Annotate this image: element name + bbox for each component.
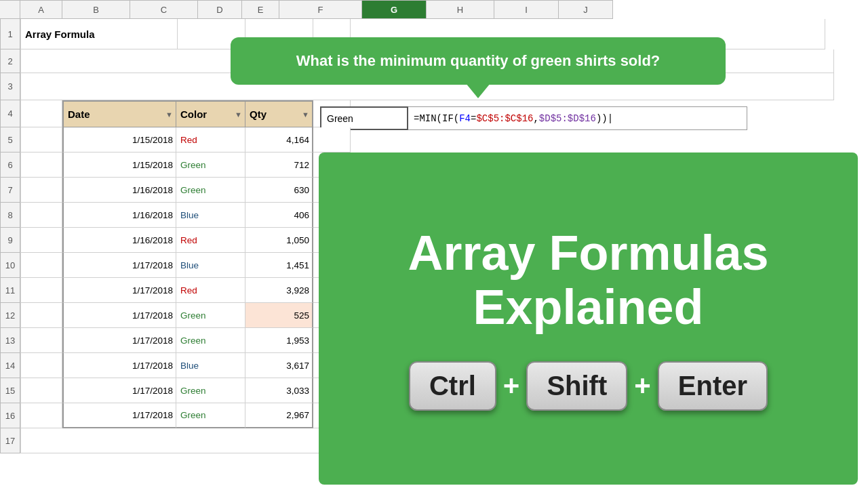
overlay-title: Array Formulas Explained: [408, 226, 768, 333]
row-header-6: 6: [0, 152, 20, 178]
row-header-17: 17: [0, 428, 20, 453]
col-header-d[interactable]: D: [198, 0, 242, 19]
corner-cell: [0, 0, 20, 19]
row-header-13: 13: [0, 328, 20, 353]
row-header-16: 16: [0, 403, 20, 428]
cell-a9: [20, 228, 62, 253]
row-header-15: 15: [0, 378, 20, 403]
formula-criteria-cell: Green: [320, 106, 408, 130]
row-header-11: 11: [0, 278, 20, 303]
cell-d12-highlight: 525: [245, 303, 313, 328]
cell-a14: [20, 353, 62, 378]
row-header-4: 4: [0, 100, 20, 127]
cell-a8: [20, 203, 62, 228]
cell-a7: [20, 178, 62, 203]
row-header-10: 10: [0, 253, 20, 278]
cell-c5: Red: [176, 127, 245, 152]
cell-b4-date: Date ▼: [62, 100, 176, 127]
col-header-f[interactable]: F: [279, 0, 362, 19]
row-header-2: 2: [0, 49, 20, 73]
cell-b11: 1/17/2018: [62, 278, 176, 303]
cell-b6: 1/15/2018: [62, 152, 176, 178]
cell-b13: 1/17/2018: [62, 328, 176, 353]
cell-c16: Green: [176, 403, 245, 428]
row-header-5: 5: [0, 127, 20, 152]
cell-a6: [20, 152, 62, 178]
cell-c4-color: Color ▼: [176, 100, 245, 127]
cell-b16: 1/17/2018: [62, 403, 176, 428]
row-header-1: 1: [0, 19, 20, 49]
cell-a15: [20, 378, 62, 403]
cell-c9: Red: [176, 228, 245, 253]
cell-a4: [20, 100, 62, 127]
formula-expression: =MIN(IF(F4=$C$5:$C$16,$D$5:$D$16))|: [408, 106, 747, 130]
keyboard-shortcut-row: Ctrl + Shift + Enter: [409, 361, 768, 411]
cell-c6: Green: [176, 152, 245, 178]
cell-c14: Blue: [176, 353, 245, 378]
cell-b8: 1/16/2018: [62, 203, 176, 228]
ctrl-key: Ctrl: [409, 361, 496, 411]
cell-e5: [313, 127, 351, 152]
cell-d6: 712: [245, 152, 313, 178]
col-header-b[interactable]: B: [62, 0, 130, 19]
cell-c15: Green: [176, 378, 245, 403]
cell-c10: Blue: [176, 253, 245, 278]
cell-a10: [20, 253, 62, 278]
shift-key: Shift: [526, 361, 627, 411]
cell-d8: 406: [245, 203, 313, 228]
col-header-h[interactable]: H: [427, 0, 494, 19]
cell-d15: 3,033: [245, 378, 313, 403]
column-headers: A B C D E F G H I J: [0, 0, 613, 19]
cell-d14: 3,617: [245, 353, 313, 378]
cell-d5: 4,164: [245, 127, 313, 152]
cell-c8: Blue: [176, 203, 245, 228]
cell-c7: Green: [176, 178, 245, 203]
cell-a1: Array Formula: [20, 19, 178, 49]
cell-d11: 3,928: [245, 278, 313, 303]
cell-c13: Green: [176, 328, 245, 353]
cell-d16: 2,967: [245, 403, 313, 428]
cell-a5: [20, 127, 62, 152]
col-header-j[interactable]: J: [559, 0, 613, 19]
col-header-a[interactable]: A: [20, 0, 62, 19]
col-header-g[interactable]: G: [362, 0, 427, 19]
formula-input-area: Green =MIN(IF(F4=$C$5:$C$16,$D$5:$D$16))…: [320, 106, 747, 130]
col-header-e[interactable]: E: [242, 0, 279, 19]
cell-a11: [20, 278, 62, 303]
plus-1: +: [503, 369, 520, 402]
cell-b15: 1/17/2018: [62, 378, 176, 403]
row-header-8: 8: [0, 203, 20, 228]
plus-2: +: [634, 369, 651, 402]
cell-b5: 1/15/2018: [62, 127, 176, 152]
cell-b9: 1/16/2018: [62, 228, 176, 253]
col-header-i[interactable]: I: [494, 0, 559, 19]
cell-b7: 1/16/2018: [62, 178, 176, 203]
cell-d10: 1,451: [245, 253, 313, 278]
cell-c12: Green: [176, 303, 245, 328]
cell-d13: 1,953: [245, 328, 313, 353]
row-header-12: 12: [0, 303, 20, 328]
row-header-3: 3: [0, 73, 20, 100]
cell-d4-qty: Qty ▼: [245, 100, 313, 127]
row-header-14: 14: [0, 353, 20, 378]
cell-a13: [20, 328, 62, 353]
cell-b10: 1/17/2018: [62, 253, 176, 278]
cell-a12: [20, 303, 62, 328]
cell-d7: 630: [245, 178, 313, 203]
green-overlay-panel: Array Formulas Explained Ctrl + Shift + …: [319, 152, 858, 485]
callout-box: What is the minimum quantity of green sh…: [231, 37, 726, 85]
cell-d9: 1,050: [245, 228, 313, 253]
cell-a16: [20, 403, 62, 428]
callout-text: What is the minimum quantity of green sh…: [296, 52, 660, 70]
cell-c11: Red: [176, 278, 245, 303]
spreadsheet: A B C D E F G H I J 1 Array Formula 2 3 …: [0, 0, 868, 488]
cell-b14: 1/17/2018: [62, 353, 176, 378]
col-header-c[interactable]: C: [130, 0, 198, 19]
row-header-9: 9: [0, 228, 20, 253]
cell-b12: 1/17/2018: [62, 303, 176, 328]
enter-key: Enter: [658, 361, 768, 411]
row-header-7: 7: [0, 178, 20, 203]
